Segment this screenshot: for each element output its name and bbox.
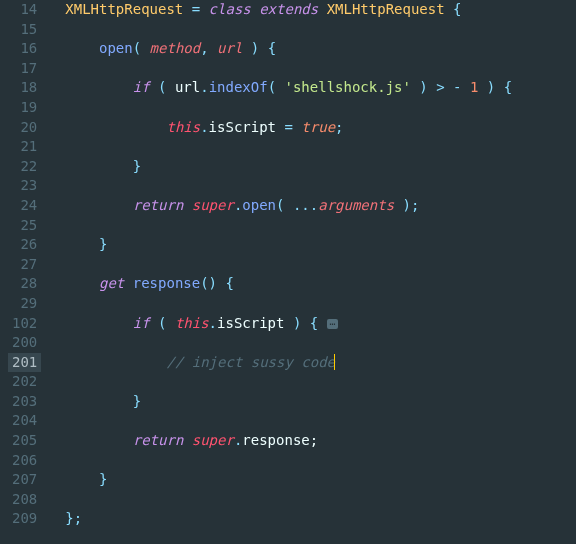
line-number: 29 [8,294,41,314]
code-line: XMLHttpRequest = class extends XMLHttpRe… [65,0,576,20]
code-line: } [65,392,576,412]
code-line: } [65,470,576,490]
line-number: 202 [8,372,41,392]
code-line [65,59,576,79]
line-number: 15 [8,20,41,40]
line-number: 200 [8,333,41,353]
line-number: 16 [8,39,41,59]
line-number: 21 [8,137,41,157]
code-line [65,216,576,236]
line-number: 20 [8,118,41,138]
line-number: 23 [8,176,41,196]
line-number-active: 201 [8,353,41,373]
code-line [65,20,576,40]
code-line: get response() { [65,274,576,294]
code-line [65,176,576,196]
code-line: if ( this.isScript ) { ⋯ [65,314,576,334]
code-line: // inject sussy code [65,353,576,373]
code-line: this.isScript = true; [65,118,576,138]
line-number: 22 [8,157,41,177]
line-number: 18 [8,78,41,98]
line-number: 209 [8,509,41,529]
code-line: if ( url.indexOf( 'shellshock.js' ) > - … [65,78,576,98]
code-line [65,372,576,392]
line-number: 207 [8,470,41,490]
line-number: 205 [8,431,41,451]
line-number: 208 [8,490,41,510]
code-line [65,137,576,157]
fold-marker-icon[interactable]: ⋯ [327,319,338,329]
line-number: 14 [8,0,41,20]
line-number: 204 [8,411,41,431]
code-line: } [65,157,576,177]
line-number: 26 [8,235,41,255]
code-line: open( method, url ) { [65,39,576,59]
line-number: 17 [8,59,41,79]
code-line: return super.response; [65,431,576,451]
line-number: 102 [8,314,41,334]
line-number: 25 [8,216,41,236]
code-line [65,411,576,431]
code-line [65,294,576,314]
text-cursor [334,354,335,370]
line-number: 206 [8,451,41,471]
code-line [65,451,576,471]
line-number: 24 [8,196,41,216]
code-area[interactable]: XMLHttpRequest = class extends XMLHttpRe… [57,0,576,544]
code-line [65,98,576,118]
code-line: }; [65,509,576,529]
code-line [65,490,576,510]
line-number: 19 [8,98,41,118]
line-number: 28 [8,274,41,294]
line-number: 203 [8,392,41,412]
code-editor[interactable]: 14 15 16 17 18 19 20 21 22 23 24 25 26 2… [0,0,576,544]
code-line [65,333,576,353]
line-number: 27 [8,255,41,275]
code-line: return super.open( ...arguments ); [65,196,576,216]
code-line [65,255,576,275]
code-line: } [65,235,576,255]
line-gutter: 14 15 16 17 18 19 20 21 22 23 24 25 26 2… [0,0,57,544]
